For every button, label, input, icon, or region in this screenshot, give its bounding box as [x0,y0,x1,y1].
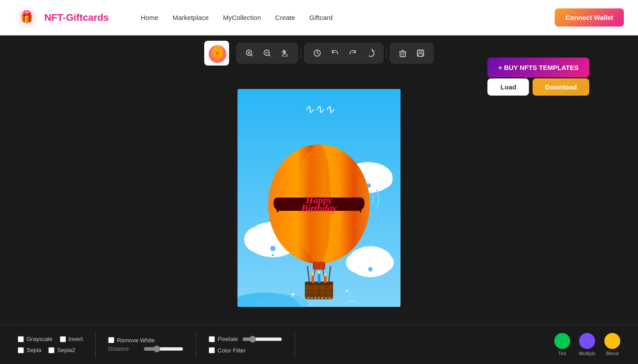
redo-button[interactable] [345,45,361,61]
logo-text: NFT-Giftcards [44,12,109,23]
svg-point-67 [325,297,327,299]
pixelate-slider[interactable] [242,336,282,343]
zoom-in-button[interactable] [241,45,257,61]
nav-mycollection[interactable]: MyCollection [223,14,261,21]
nav-giftcard[interactable]: Giftcard [309,14,333,21]
svg-rect-20 [419,50,422,52]
svg-rect-58 [324,275,327,283]
filter-row-2: Sepia Sepia2 [18,347,83,353]
svg-point-36 [368,267,373,271]
svg-point-66 [322,297,323,299]
remove-white-label[interactable]: Remove White [108,337,183,344]
grayscale-label[interactable]: Grayscale [18,336,53,342]
svg-text:~~: ~~ [348,298,357,305]
svg-text:∿∿∿: ∿∿∿ [304,102,335,116]
svg-point-62 [307,297,309,299]
multiply-circle[interactable] [579,333,595,349]
toolbar-divider-2 [386,47,387,59]
svg-text:Birthday: Birthday [301,202,337,213]
svg-point-59 [312,272,314,276]
pixelate-section: Pixelate Color Filter [209,336,282,354]
svg-text:🎁: 🎁 [20,11,33,24]
canvas-area: ∿∿∿ ★ ★ [0,71,638,325]
color-filter-checkbox[interactable] [209,347,215,353]
thumbnail: 🎈 [204,41,229,66]
svg-point-27 [270,246,276,251]
divider-1 [95,331,96,358]
distance-slider[interactable] [144,345,183,352]
toolbar-divider-1 [301,47,301,59]
svg-rect-44 [313,262,325,270]
pan-button[interactable] [277,45,293,61]
divider-3 [295,331,295,358]
multiply-label: Multiply [579,351,595,356]
svg-text:🎈: 🎈 [215,51,220,56]
rotate-button[interactable] [362,45,378,61]
connect-wallet-button[interactable]: Connect Wallet [555,8,624,27]
navbar: 🎁 NFT-Giftcards Home Marketplace MyColle… [0,0,638,35]
invert-checkbox[interactable] [60,336,66,342]
blend-circle[interactable] [604,333,620,349]
remove-white-checkbox[interactable] [108,337,114,343]
multiply-wrap: Multiply [579,333,595,356]
filter-section: Grayscale Invert Sepia Sepia2 [18,336,83,353]
toolbar-edit-group [389,43,434,64]
buy-nfts-banner[interactable]: + BUY NFTS TEMPLATES [487,58,589,77]
tint-circle[interactable] [554,333,570,349]
filter-row-1: Grayscale Invert [18,336,83,342]
logo-icon: 🎁 [14,5,39,30]
delete-button[interactable] [395,45,411,61]
nav-home[interactable]: Home [140,14,158,21]
svg-rect-56 [311,275,314,283]
svg-point-64 [315,297,316,299]
download-button[interactable]: Download [533,78,589,96]
sepia-checkbox[interactable] [18,347,24,353]
bottom-controls: Grayscale Invert Sepia Sepia2 [0,325,638,364]
nav-create[interactable]: Create [275,14,295,21]
svg-point-65 [318,297,320,299]
svg-text:★: ★ [345,288,350,294]
toolbar-zoom-group [236,43,298,64]
svg-point-35 [369,253,394,272]
navbar-links: Home Marketplace MyCollection Create Gif… [140,14,332,21]
history-button[interactable] [309,45,325,61]
svg-point-68 [329,297,331,299]
remove-white-section: Remove White Distance [108,337,183,352]
color-filter-label[interactable]: Color Filter [209,347,282,354]
zoom-out-button[interactable] [259,45,275,61]
grayscale-checkbox[interactable] [18,336,24,342]
undo-button[interactable] [327,45,343,61]
tint-label: Tint [558,351,566,356]
color-row: Tint Multiply Blend [554,333,620,356]
svg-line-9 [251,55,253,57]
divider-2 [196,331,196,358]
pixelate-label[interactable]: Pixelate [209,336,238,342]
load-button[interactable]: Load [487,78,529,96]
sepia-label[interactable]: Sepia [18,347,41,353]
distance-row: Distance [108,345,183,352]
svg-line-12 [269,55,271,57]
canvas-preview[interactable]: ∿∿∿ ★ ★ [237,89,401,307]
svg-rect-57 [318,273,320,283]
tint-wrap: Tint [554,333,570,356]
blend-wrap: Blend [604,333,620,356]
svg-point-63 [311,297,313,299]
nav-marketplace[interactable]: Marketplace [172,14,209,21]
color-circles: Tint Multiply Blend [554,333,620,356]
distance-label: Distance [108,346,139,352]
invert-label[interactable]: Invert [60,336,83,342]
sepia2-label[interactable]: Sepia2 [48,347,75,353]
svg-rect-14 [400,52,405,57]
svg-point-60 [318,271,320,274]
svg-point-28 [272,254,274,256]
blend-label: Blend [606,351,619,356]
sepia2-checkbox[interactable] [48,347,54,353]
toolbar-history-group [304,43,384,64]
action-buttons: Load Download [487,78,589,96]
pixelate-checkbox[interactable] [209,336,215,342]
svg-rect-21 [418,54,423,56]
navbar-left: 🎁 NFT-Giftcards Home Marketplace MyColle… [14,5,333,30]
pixelate-row: Pixelate [209,336,282,343]
save-image-button[interactable] [412,45,428,61]
svg-point-61 [324,273,327,276]
